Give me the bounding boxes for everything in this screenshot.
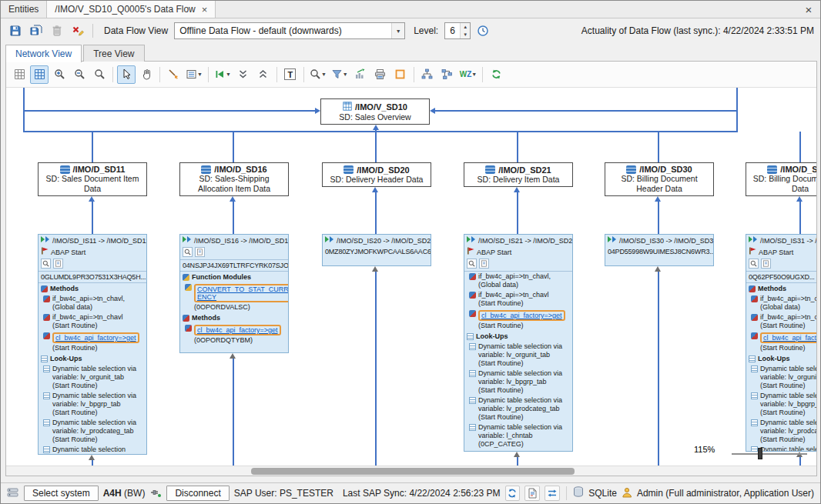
entity-node-d-sd30[interactable]: /IMO/D_SD30 SD: Billing Document Header …: [605, 162, 714, 196]
method-link[interactable]: cl_bw4c_api_factory=>get: [55, 334, 136, 342]
lookup-item[interactable]: Dynamic table selection: [39, 445, 146, 455]
entity-node-d-sd16[interactable]: /IMO/D_SD16 SD: Sales-Shipping Allocatio…: [179, 162, 289, 196]
tab-dataflow[interactable]: /IMO/V_SD10_Q0005's Data Flow ×: [47, 1, 216, 18]
zoom-slider-track[interactable]: [732, 453, 807, 455]
discard-changes-button[interactable]: [69, 22, 86, 39]
method-item[interactable]: if_bw4c_api=>tn_chavl(Start Routine): [39, 312, 146, 331]
spinner-up-icon[interactable]: ▲: [461, 23, 470, 31]
connector-line: [658, 202, 659, 234]
snap-grid-button[interactable]: [30, 65, 49, 84]
export-chart-button[interactable]: [351, 65, 370, 84]
entity-node-d-sd20[interactable]: /IMO/D_SD20 SD: Delivery Header Data: [322, 162, 431, 187]
target-node-v-sd10[interactable]: /IMO/V_SD10 SD: Sales Overview: [320, 98, 430, 125]
entity-node-d-sd21[interactable]: /IMO/D_SD21 SD: Delivery Item Data: [464, 162, 573, 187]
zoom-out-button[interactable]: [70, 65, 89, 84]
lookup-item[interactable]: Dynamic table selection viavariable: lv_…: [746, 418, 816, 445]
horizontal-scrollbar[interactable]: [6, 466, 816, 476]
network-layout-button[interactable]: [438, 65, 457, 84]
print-button[interactable]: [371, 65, 390, 84]
method-link[interactable]: cl_bw4c_api_factory=>get: [481, 312, 562, 319]
function-module-item-highlighted[interactable]: CONVERT_TO_STAT_CURRENCY(0OPORDVALSC): [180, 282, 288, 312]
history-clock-button[interactable]: [474, 22, 491, 39]
detail-mini-icon[interactable]: [479, 259, 489, 269]
lookup-item[interactable]: Dynamic table selection viavariable: lv_…: [464, 396, 572, 422]
transformation-box-is20[interactable]: /IMO/SD_IS20 -> /IMO/D_SD20 0MZ80ZYJMOFK…: [322, 234, 431, 266]
navigate-button[interactable]: ▼: [213, 65, 233, 84]
filter-button[interactable]: ▼: [330, 65, 350, 84]
lookup-item[interactable]: Dynamic table selection viavariable: lv_…: [39, 418, 146, 445]
auto-layout-button[interactable]: [164, 65, 183, 84]
transformation-box-is21[interactable]: /IMO/SD_IS21 -> /IMO/D_SD21 ABAP Start i…: [464, 234, 573, 452]
function-module-link[interactable]: CONVERT_TO_STAT_CURR: [197, 285, 289, 293]
window-close-icon[interactable]: ×: [802, 2, 816, 16]
spinner-down-icon[interactable]: ▼: [461, 31, 470, 38]
lookup-item[interactable]: Dynamic table selection viavariable: l_c…: [464, 422, 572, 449]
refresh-button[interactable]: [487, 65, 505, 84]
magnifier-mini-icon[interactable]: [467, 259, 477, 269]
save-all-button[interactable]: [28, 22, 45, 39]
zoom-reset-button[interactable]: [90, 65, 109, 84]
method-link[interactable]: cl_bw4c_api_factory=>get: [763, 334, 816, 342]
infoobject-item[interactable]: IOBJ 0MATERIAL - Material: [464, 449, 572, 452]
wz-tool-button[interactable]: WZ▼: [458, 65, 479, 84]
method-item[interactable]: if_bw4c_api=>tn_chavl,(Global data): [464, 272, 572, 290]
lookup-item[interactable]: Dynamic table selection viavariable: lv_…: [746, 391, 816, 418]
lookup-item[interactable]: Dynamic table selection viavariable: lv_…: [464, 369, 572, 396]
entity-node-d-sd31[interactable]: /IMO/D_SD31 SD: Billing Document Item Da…: [746, 162, 816, 196]
transformation-box-is31[interactable]: /IMO/SD_IS31 -> /IMO/D_SD31 ABAP Start 0…: [746, 234, 816, 452]
method-item[interactable]: if_bw4c_api=>tn_chavl,(Global data): [746, 294, 816, 312]
transformation-box-is30[interactable]: /IMO/SD_IS30 -> /IMO/D_SD30 04PD55998W9U…: [605, 234, 714, 266]
method-item-highlighted[interactable]: cl_bw4c_api_factory=>get(0OPORDQTYBM): [180, 323, 288, 345]
method-item-highlighted[interactable]: cl_bw4c_api_factory=>get(Start Routine): [39, 331, 146, 353]
dataflow-view-select[interactable]: Offline Data Flow - default (downwards) …: [174, 22, 405, 39]
lookup-item[interactable]: Dynamic table selection viavariable: lv_…: [39, 364, 146, 391]
lookup-item[interactable]: Dynamic table selection viavariable: lv_…: [746, 364, 816, 391]
pan-hand-button[interactable]: [137, 65, 156, 84]
collapse-all-button[interactable]: [234, 65, 253, 84]
disconnect-button[interactable]: Disconnect: [166, 486, 229, 501]
tab-close-icon[interactable]: ×: [202, 5, 208, 15]
save-button[interactable]: [7, 22, 24, 39]
select-system-button[interactable]: Select system: [24, 486, 99, 501]
transfer-settings-button[interactable]: [545, 486, 560, 501]
detail-mini-icon[interactable]: [761, 259, 771, 269]
zoom-slider-thumb[interactable]: [758, 448, 762, 459]
function-module-link[interactable]: ENCY: [197, 293, 289, 301]
select-cursor-button[interactable]: [117, 65, 136, 84]
zoom-in-button[interactable]: [50, 65, 69, 84]
dropdown-arrow-icon[interactable]: ▼: [391, 23, 404, 38]
search-button[interactable]: ▼: [308, 65, 328, 84]
tab-network-view[interactable]: Network View: [5, 45, 82, 62]
scrollbar-thumb[interactable]: [251, 468, 575, 475]
detail-mini-icon[interactable]: [53, 259, 63, 269]
lookup-item[interactable]: Dynamic table selection viavariable: lv_…: [464, 342, 572, 369]
sync-log-button[interactable]: [524, 486, 540, 501]
lookup-item[interactable]: Dynamic table selection: [746, 445, 816, 452]
method-link[interactable]: cl_bw4c_api_factory=>get: [197, 326, 278, 334]
tab-entities[interactable]: Entities: [1, 1, 47, 18]
lookup-item[interactable]: Dynamic table selection viavariable: lv_…: [39, 391, 146, 418]
hierarchy-view-button[interactable]: [418, 65, 437, 84]
tab-tree-view[interactable]: Tree View: [83, 45, 144, 62]
transformation-box-is11[interactable]: /IMO/SD_IS11 -> /IMO/D_SD11 ABAP Start 0…: [38, 234, 147, 455]
entity-node-d-sd11[interactable]: /IMO/D_SD11 SD: Sales Document Item Data: [38, 162, 147, 196]
sync-refresh-button[interactable]: [505, 486, 521, 501]
transformation-box-is16[interactable]: /IMO/SD_IS16 -> /IMO/D_SD16 04NSJPJ4JX69…: [179, 234, 289, 353]
dataflow-canvas[interactable]: /IMO/V_SD10 SD: Sales Overview /IMO/D_SD…: [6, 88, 816, 476]
expand-all-button[interactable]: [254, 65, 273, 84]
magnifier-mini-icon[interactable]: [41, 259, 51, 269]
method-item-highlighted[interactable]: cl_bw4c_api_factory=>get(Start Routine): [746, 331, 816, 353]
method-item[interactable]: if_bw4c_api=>tn_chavl(Start Routine): [464, 290, 572, 309]
text-tool-button[interactable]: T: [281, 65, 300, 84]
detail-mini-icon[interactable]: [195, 247, 205, 257]
highlight-button[interactable]: [391, 65, 410, 84]
magnifier-mini-icon[interactable]: [183, 247, 193, 257]
level-spinner[interactable]: 6 ▲▼: [444, 22, 471, 39]
delete-button[interactable]: [49, 22, 65, 39]
method-item-highlighted[interactable]: cl_bw4c_api_factory=>get(Start Routine): [464, 309, 572, 331]
grid-button[interactable]: [10, 65, 28, 84]
method-item[interactable]: if_bw4c_api=>tn_chavl,(Global data): [39, 294, 146, 312]
layer-list-button[interactable]: ▼: [184, 65, 204, 84]
magnifier-mini-icon[interactable]: [749, 259, 759, 269]
method-item[interactable]: if_bw4c_api=>tn_chavl(Start Routine): [746, 312, 816, 331]
